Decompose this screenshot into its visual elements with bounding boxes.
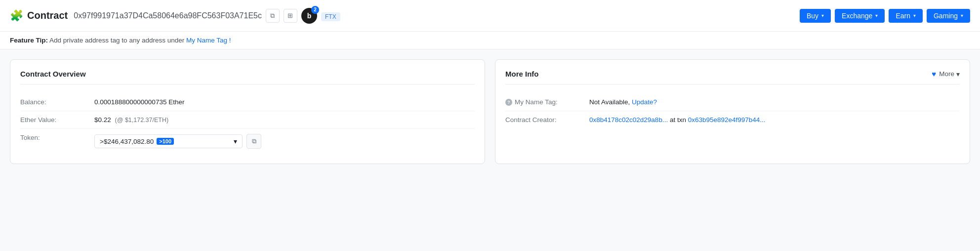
token-amount: >$246,437,082.80 [100, 138, 154, 145]
b-badge-container: b 2 [301, 8, 317, 24]
grid-icon: ⊞ [287, 12, 293, 19]
main-content: Contract Overview Balance: 0.00018880000… [0, 49, 980, 174]
more-dropdown-button[interactable]: More ▾ [939, 70, 960, 78]
my-name-tag-row: ? My Name Tag: Not Available, Update? [505, 93, 960, 111]
ether-value-sub: (@ $1,172.37/ETH) [115, 117, 169, 124]
ether-value: $0.22 [94, 116, 111, 124]
header-right-section: Buy ▾ Exchange ▾ Earn ▾ Gaming ▾ [800, 9, 970, 23]
contract-overview-title: Contract Overview [20, 70, 475, 84]
ether-value-row: Ether Value: $0.22 (@ $1,172.37/ETH) [20, 111, 475, 129]
more-chevron-icon: ▾ [956, 70, 960, 78]
my-name-tag-label-container: ? My Name Tag: [505, 98, 584, 106]
contract-creator-row: Contract Creator: 0x8b4178c02c02d29a8b..… [505, 111, 960, 128]
at-txn-text: at txn [670, 116, 688, 124]
txn-address-link[interactable]: 0x63b95e892e4f997b44... [688, 116, 766, 124]
more-info-header: More Info ♥ More ▾ [505, 70, 960, 84]
more-info-title: More Info [505, 70, 539, 78]
title-row: 🧩 Contract 0x97f991971a37D4Ca58064e6a98F… [10, 8, 317, 24]
feature-tip-label: Feature Tip: [10, 37, 48, 44]
b-notification-count: 2 [311, 6, 319, 14]
earn-chevron-icon: ▾ [913, 13, 916, 18]
copy-address-button[interactable]: ⧉ [266, 9, 280, 23]
contract-overview-card: Contract Overview Balance: 0.00018880000… [10, 59, 485, 164]
contract-address: 0x97f991971a37D4Ca58064e6a98FC563F03A71E… [74, 11, 262, 20]
header-left-section: 🧩 Contract 0x97f991971a37D4Ca58064e6a98F… [10, 8, 340, 24]
token-dropdown-arrow-icon: ▾ [234, 137, 237, 145]
gaming-button[interactable]: Gaming ▾ [927, 9, 970, 23]
balance-row: Balance: 0.000188800000000735 Ether [20, 93, 475, 111]
token-copy-button[interactable]: ⧉ [246, 134, 261, 149]
grid-view-button[interactable]: ⊞ [284, 9, 297, 23]
my-name-tag-value-container: Not Available, Update? [589, 98, 960, 106]
buy-button[interactable]: Buy ▾ [800, 9, 831, 23]
my-name-tag-not-available: Not Available, [589, 98, 632, 106]
buy-chevron-icon: ▾ [821, 13, 824, 18]
my-name-tag-label: My Name Tag: [515, 98, 558, 106]
heart-icon: ♥ [932, 70, 936, 78]
copy-icon: ⧉ [270, 12, 275, 20]
page-title: Contract [27, 10, 68, 21]
ether-value-container: $0.22 (@ $1,172.37/ETH) [94, 116, 475, 124]
ftx-tag-row: FTX [321, 10, 340, 21]
token-copy-icon: ⧉ [252, 137, 256, 145]
update-name-tag-link[interactable]: Update? [632, 98, 657, 106]
top-bar: 🧩 Contract 0x97f991971a37D4Ca58064e6a98F… [0, 0, 980, 32]
earn-label: Earn [896, 12, 910, 20]
buy-label: Buy [807, 12, 818, 20]
token-label: Token: [20, 134, 89, 141]
more-label: More [939, 70, 954, 78]
question-mark-icon: ? [505, 99, 512, 106]
ftx-tag: FTX [321, 12, 340, 21]
token-select-inner: >$246,437,082.80 >100 [100, 138, 174, 145]
contract-emoji-icon: 🧩 [10, 9, 23, 22]
gaming-label: Gaming [934, 12, 958, 20]
balance-label: Balance: [20, 98, 89, 106]
token-select-dropdown[interactable]: >$246,437,082.80 >100 ▾ [94, 134, 243, 148]
exchange-chevron-icon: ▾ [875, 13, 878, 18]
creator-address-link[interactable]: 0x8b4178c02c02d29a8b... [589, 116, 668, 124]
exchange-button[interactable]: Exchange ▾ [835, 9, 885, 23]
more-info-card: More Info ♥ More ▾ ? My Name Tag: Not Av… [495, 59, 970, 164]
feature-tip-bar: Feature Tip: Add private address tag to … [0, 32, 980, 49]
ether-value-label: Ether Value: [20, 116, 89, 124]
contract-creator-label: Contract Creator: [505, 116, 584, 124]
my-name-tag-link[interactable]: My Name Tag ! [186, 37, 231, 44]
gaming-chevron-icon: ▾ [961, 13, 963, 18]
token-dropdown: >$246,437,082.80 >100 ▾ ⧉ [94, 134, 475, 149]
token-value-container: >$246,437,082.80 >100 ▾ ⧉ [94, 134, 475, 149]
earn-button[interactable]: Earn ▾ [889, 9, 923, 23]
token-count-badge: >100 [157, 138, 174, 145]
title-area: 🧩 Contract 0x97f991971a37D4Ca58064e6a98F… [10, 8, 340, 24]
exchange-label: Exchange [842, 12, 872, 20]
balance-value: 0.000188800000000735 Ether [94, 98, 475, 106]
contract-creator-value-container: 0x8b4178c02c02d29a8b... at txn 0x63b95e8… [589, 116, 960, 124]
feature-tip-text: Add private address tag to any address u… [49, 37, 186, 44]
token-row: Token: >$246,437,082.80 >100 ▾ ⧉ [20, 129, 475, 154]
more-info-actions: ♥ More ▾ [932, 70, 960, 78]
